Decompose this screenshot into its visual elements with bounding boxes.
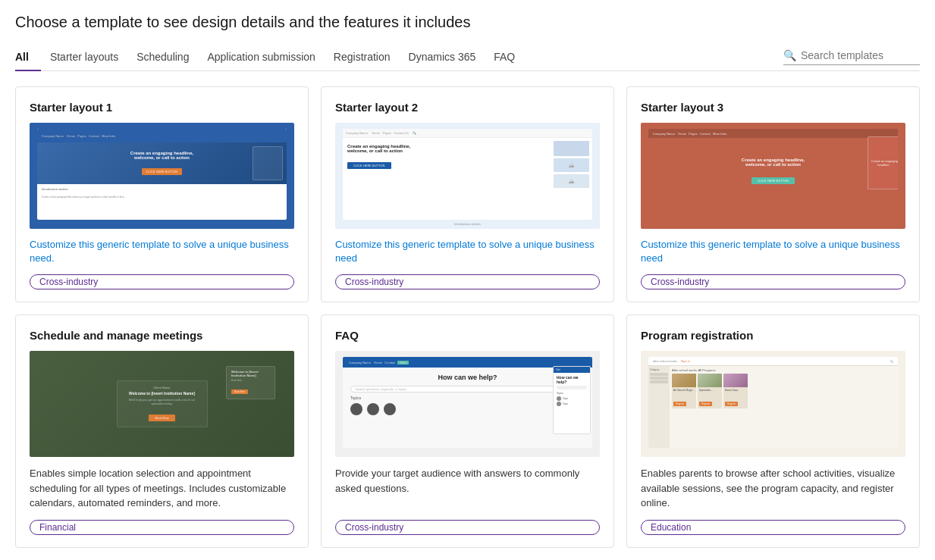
card-tag[interactable]: Cross-industry	[335, 520, 600, 535]
card-tag[interactable]: Education	[641, 520, 905, 535]
card-starter-layout-2: Starter layout 2 Company Name Home Pages…	[321, 86, 614, 302]
tab-starter-layouts[interactable]: Starter layouts	[50, 45, 130, 70]
card-program-registration: Program registration after school works …	[626, 314, 920, 548]
card-title: Starter layout 1	[30, 101, 294, 114]
card-preview: after school works Sign in 🔍 Category	[641, 351, 905, 457]
card-tag[interactable]: Cross-industry	[335, 274, 600, 289]
tab-all[interactable]: All	[15, 45, 41, 70]
card-title: Schedule and manage meetings	[30, 329, 294, 342]
card-title: Starter layout 3	[641, 101, 905, 114]
card-preview: Company Name Home Contact Start How can …	[335, 351, 600, 457]
nav-tabs: All Starter layouts Scheduling Applicati…	[15, 45, 783, 70]
card-description[interactable]: Customize this generic template to solve…	[335, 238, 600, 265]
search-box: 🔍	[783, 49, 920, 65]
card-title: FAQ	[335, 329, 600, 342]
card-title: Program registration	[641, 329, 905, 342]
nav-bar: All Starter layouts Scheduling Applicati…	[15, 45, 920, 71]
card-faq: FAQ Company Name Home Contact Start How …	[321, 314, 614, 548]
card-preview: Company Name Home Pages Contact More lin…	[641, 123, 905, 229]
tab-registration[interactable]: Registration	[334, 45, 403, 70]
card-tag[interactable]: Cross-industry	[30, 274, 294, 289]
card-starter-layout-1: Starter layout 1 Company Name Home Pages…	[15, 86, 309, 302]
tab-dynamics-365[interactable]: Dynamics 365	[409, 45, 488, 70]
card-preview: Client Name Welcome to [Insert Instituti…	[30, 351, 294, 457]
card-tag[interactable]: Cross-industry	[641, 274, 905, 289]
card-preview: Company Name Home Pages Contact More lin…	[30, 123, 294, 229]
tab-scheduling[interactable]: Scheduling	[136, 45, 201, 70]
card-tag[interactable]: Financial	[30, 520, 294, 535]
card-description: Provide your target audience with answer…	[335, 466, 600, 496]
card-description[interactable]: Customize this generic template to solve…	[30, 238, 294, 265]
card-starter-layout-3: Starter layout 3 Company Name Home Pages…	[626, 86, 920, 302]
page-title: Choose a template to see design details …	[15, 14, 920, 31]
tab-faq[interactable]: FAQ	[494, 45, 527, 70]
card-title: Starter layout 2	[335, 101, 600, 114]
card-preview: Company Name Home Pages Contact Us 🔍 Cre…	[335, 123, 600, 229]
card-description: Enables simple location selection and ap…	[30, 466, 294, 511]
tab-application-submission[interactable]: Application submission	[207, 45, 327, 70]
card-schedule-meetings: Schedule and manage meetings Client Name…	[15, 314, 309, 548]
card-description: Enables parents to browse after school a…	[641, 466, 905, 511]
search-input[interactable]	[801, 49, 907, 61]
cards-grid: Starter layout 1 Company Name Home Pages…	[15, 86, 920, 548]
card-description[interactable]: Customize this generic template to solve…	[641, 238, 905, 265]
search-icon: 🔍	[783, 49, 796, 61]
